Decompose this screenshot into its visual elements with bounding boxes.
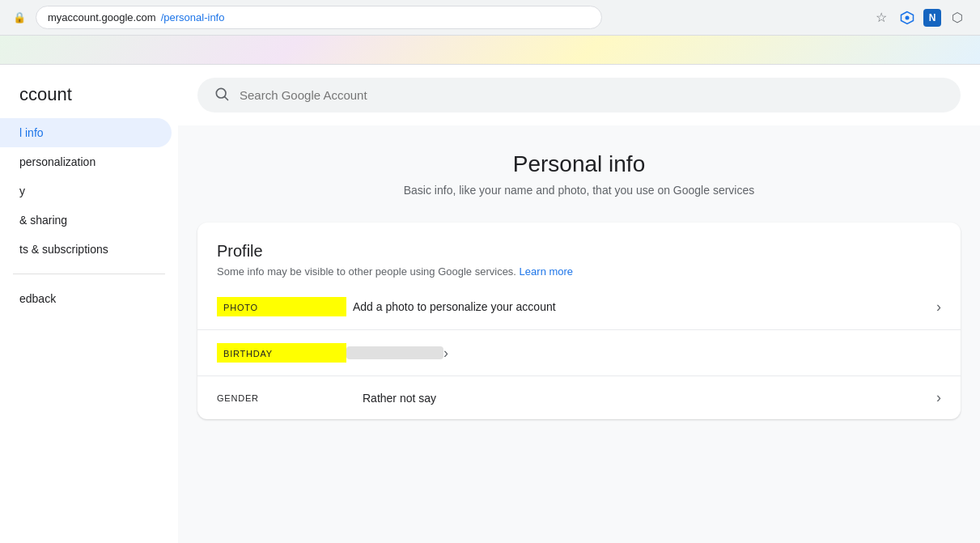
card-subtitle: Some info may be visible to other people…	[217, 265, 941, 278]
sidebar-feedback[interactable]: edback	[0, 284, 178, 313]
photo-chevron-icon: ›	[936, 299, 941, 316]
sidebar-item-subscriptions[interactable]: ts & subscriptions	[0, 235, 172, 264]
gender-label: GENDER	[217, 393, 363, 403]
photo-label-wrap: PHOTO	[217, 297, 346, 316]
extension-icon-1[interactable]	[897, 8, 917, 28]
main-content: Personal info Basic info, like your name…	[178, 65, 980, 543]
profile-card: Profile Some info may be visible to othe…	[197, 223, 961, 419]
sidebar-item-label: personalization	[19, 155, 95, 168]
url-path: /personal-info	[161, 11, 225, 23]
sidebar-item-personalization[interactable]: personalization	[0, 147, 172, 176]
lock-icon: 🔒	[13, 11, 26, 23]
bookmark-icon[interactable]: ☆	[872, 8, 891, 28]
sidebar-item-label: l info	[19, 126, 44, 139]
sidebar: ccount l info personalization y & sharin…	[0, 65, 178, 543]
photo-value: Add a photo to personalize your account	[346, 300, 936, 313]
learn-more-link[interactable]: Learn more	[520, 265, 573, 278]
gender-chevron-icon: ›	[936, 389, 941, 406]
page-title: Personal info	[197, 151, 961, 177]
browser-actions: ☆ N ⬡	[872, 8, 967, 28]
url-domain: myaccount.google.com	[48, 11, 156, 23]
birthday-value-redacted	[346, 346, 443, 359]
profile-row-photo[interactable]: PHOTO Add a photo to personalize your ac…	[197, 284, 961, 330]
gender-value: Rather not say	[363, 392, 936, 405]
card-title: Profile	[217, 242, 941, 261]
extension-icon-2[interactable]: N	[923, 9, 941, 27]
sidebar-item-label: y	[19, 185, 25, 197]
sidebar-nav: l info personalization y & sharing ts & …	[0, 118, 178, 264]
card-header: Profile Some info may be visible to othe…	[197, 223, 961, 284]
birthday-label-wrap: BIRTHDAY	[217, 343, 346, 363]
profile-row-gender[interactable]: GENDER Rather not say ›	[197, 376, 961, 419]
url-bar[interactable]: myaccount.google.com/personal-info	[36, 6, 602, 29]
content-header	[178, 65, 980, 125]
sidebar-item-label: & sharing	[19, 214, 67, 227]
birthday-chevron-icon: ›	[443, 345, 448, 362]
birthday-label: BIRTHDAY	[223, 349, 273, 358]
tab-bar	[0, 36, 980, 65]
page-body: Personal info Basic info, like your name…	[178, 125, 980, 445]
extension-icon-3[interactable]: ⬡	[948, 8, 967, 28]
search-bar[interactable]	[197, 78, 961, 112]
profile-row-birthday[interactable]: BIRTHDAY ›	[197, 330, 961, 376]
sidebar-item-sharing[interactable]: & sharing	[0, 206, 172, 235]
sidebar-item-privacy[interactable]: y	[0, 176, 172, 206]
sidebar-divider	[13, 274, 165, 274]
search-input[interactable]	[240, 88, 944, 102]
search-icon	[214, 86, 230, 104]
sidebar-app-title: ccount	[0, 78, 178, 118]
photo-label: PHOTO	[223, 303, 258, 312]
browser-bar: 🔒 myaccount.google.com/personal-info ☆ N…	[0, 0, 980, 36]
sidebar-item-label: ts & subscriptions	[19, 243, 108, 256]
page-subtitle: Basic info, like your name and photo, th…	[197, 184, 961, 197]
svg-point-0	[906, 15, 910, 19]
sidebar-item-personal-info[interactable]: l info	[0, 118, 172, 147]
page-title-section: Personal info Basic info, like your name…	[178, 151, 980, 197]
app-layout: ccount l info personalization y & sharin…	[0, 65, 980, 543]
